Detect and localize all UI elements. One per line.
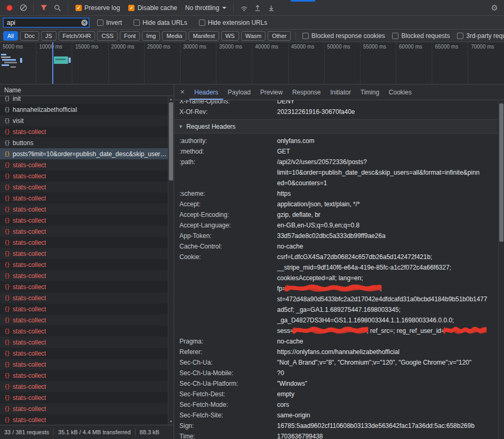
header-row: Accept:application/json, text/plain, */* (174, 199, 498, 209)
request-row[interactable]: {}stats-collect (0, 326, 174, 337)
checkbox-blocked-response-cookies[interactable]: Blocked response cookies (302, 32, 385, 40)
timeline-tick: 35000 ms (216, 42, 252, 84)
checkbox-blocked-requests[interactable]: Blocked requests (392, 32, 450, 40)
header-value-line: GET (277, 146, 498, 157)
type-filter-js[interactable]: JS (41, 31, 56, 41)
tab-initiator[interactable]: Initiator (326, 84, 356, 100)
timeline-overview[interactable]: 5000 ms10000 ms15000 ms20000 ms25000 ms3… (0, 42, 504, 84)
header-row: Referer:https://onlyfans.com/hannaheliza… (174, 347, 498, 357)
request-row[interactable]: {}hannahelizabethofficial (0, 104, 174, 115)
request-row[interactable]: {}stats-collect (0, 348, 174, 359)
status-bar: 33 / 381 requests 35.1 kB / 4.4 MB trans… (0, 425, 174, 439)
request-row[interactable]: {}stats-collect (0, 392, 174, 403)
tab-cookies[interactable]: Cookies (384, 84, 416, 100)
header-row: X-Frame-Options: DENY (174, 100, 498, 107)
request-row[interactable]: {}stats-collect (0, 159, 174, 170)
checkbox-3rd-party-requests[interactable]: 3rd-party requests (457, 32, 504, 40)
type-filter-ws[interactable]: WS (221, 31, 239, 41)
scrollbar-thumb[interactable] (169, 102, 173, 180)
hide-extension-urls-checkbox[interactable]: Hide extension URLs (199, 19, 268, 26)
request-row[interactable]: {}stats-collect (0, 281, 174, 292)
type-filter-css[interactable]: CSS (97, 31, 118, 41)
request-label: stats-collect (13, 250, 46, 257)
request-row[interactable]: {}stats-collect (0, 237, 174, 248)
request-row[interactable]: {}stats-collect (0, 292, 174, 303)
script-icon: {} (4, 273, 9, 279)
request-row[interactable]: {}stats-collect (0, 193, 174, 204)
type-filter-other[interactable]: Other (268, 31, 291, 41)
request-row[interactable]: {}stats-collect (0, 337, 174, 348)
request-row[interactable]: {}stats-collect (0, 359, 174, 370)
header-row: :method:GET (174, 146, 498, 157)
tab-response[interactable]: Response (288, 84, 326, 100)
request-label: stats-collect (13, 294, 46, 302)
request-row[interactable]: {}visit (0, 115, 174, 126)
record-button[interactable] (3, 2, 16, 14)
type-filter-font[interactable]: Font (120, 31, 140, 41)
filter-button[interactable] (37, 2, 50, 14)
script-icon: {} (4, 228, 9, 234)
scroll-up-icon[interactable]: ▲ (168, 97, 174, 102)
header-value: onlyfans.com (277, 136, 498, 146)
search-button[interactable] (51, 2, 64, 14)
type-filter-doc[interactable]: Doc (20, 31, 39, 41)
request-row[interactable]: {}stats-collect (0, 182, 174, 193)
name-column-header[interactable]: Name (0, 84, 174, 96)
request-row[interactable]: {}stats-collect (0, 270, 174, 281)
header-row: X-Of-Rev: 202312261916-30670fa40e (174, 107, 498, 117)
type-filter-media[interactable]: Media (162, 31, 186, 41)
header-name: :authority: (174, 136, 277, 146)
request-row[interactable]: {}stats-collect (0, 248, 174, 259)
header-row: Pragma:no-cache (174, 336, 498, 347)
settings-button[interactable]: ⚙ (488, 2, 501, 14)
scroll-down-icon[interactable]: ▼ (168, 419, 174, 424)
hide-data-urls-checkbox[interactable]: Hide data URLs (134, 19, 187, 26)
type-filter-fetch-xhr[interactable]: Fetch/XHR (59, 31, 96, 41)
main-split: Name {}init{}hannahelizabethofficial{}vi… (0, 84, 504, 439)
type-filter-wasm[interactable]: Wasm (241, 31, 266, 41)
request-row[interactable]: {}stats-collect (0, 215, 174, 226)
filter-input[interactable] (3, 18, 89, 27)
type-filter-manifest[interactable]: Manifest (188, 31, 219, 41)
request-row[interactable]: {}stats-collect (0, 204, 174, 215)
request-row[interactable]: {}buttons (0, 137, 174, 148)
request-row[interactable]: {}stats-collect (0, 414, 174, 425)
request-row[interactable]: {}stats-collect (0, 314, 174, 326)
detail-scrollbar[interactable] (498, 100, 504, 439)
export-har-button[interactable] (265, 2, 278, 14)
request-row[interactable]: {}stats-collect (0, 370, 174, 381)
import-har-button[interactable] (251, 2, 264, 14)
disable-cache-checkbox[interactable]: Disable cache (128, 4, 177, 12)
header-value-line: https (277, 188, 498, 199)
request-row[interactable]: {}init (0, 96, 174, 104)
tab-payload[interactable]: Payload (223, 84, 255, 100)
close-icon[interactable]: ✕ (175, 89, 189, 96)
request-row[interactable]: {}stats-collect (0, 381, 174, 392)
preserve-log-checkbox[interactable]: Preserve log (75, 4, 120, 12)
request-headers-section[interactable]: ▼ Request Headers (174, 120, 498, 133)
timeline-tick: 25000 ms (144, 42, 180, 84)
request-list-scrollbar[interactable]: ▲ ▼ (168, 96, 174, 425)
redaction-scribble (294, 327, 367, 334)
scrollbar-thumb[interactable] (499, 103, 503, 242)
header-value-line: no-cache (277, 336, 498, 347)
request-row[interactable]: {}posts?limit=10&order=publish_date_desc… (0, 148, 174, 159)
checkbox-box (134, 20, 140, 26)
tab-headers[interactable]: Headers (189, 84, 223, 100)
request-row[interactable]: {}stats-collect (0, 259, 174, 270)
tab-timing[interactable]: Timing (356, 84, 384, 100)
request-row[interactable]: {}stats-collect (0, 226, 174, 237)
throttling-dropdown[interactable]: No throttling (185, 4, 227, 12)
type-filter-all[interactable]: All (3, 31, 18, 41)
request-row[interactable]: {}stats-collect (0, 170, 174, 182)
request-row[interactable]: {}stats-collect (0, 403, 174, 414)
type-filter-img[interactable]: Img (142, 31, 160, 41)
request-row[interactable]: {}stats-collect (0, 126, 174, 137)
clear-log-button[interactable] (17, 2, 30, 14)
tab-preview[interactable]: Preview (255, 84, 288, 100)
script-icon: {} (4, 217, 9, 223)
invert-checkbox[interactable]: Invert (97, 19, 122, 26)
clear-filter-icon[interactable]: ✕ (81, 20, 88, 26)
network-conditions-button[interactable] (237, 2, 250, 14)
request-row[interactable]: {}stats-collect (0, 303, 174, 314)
